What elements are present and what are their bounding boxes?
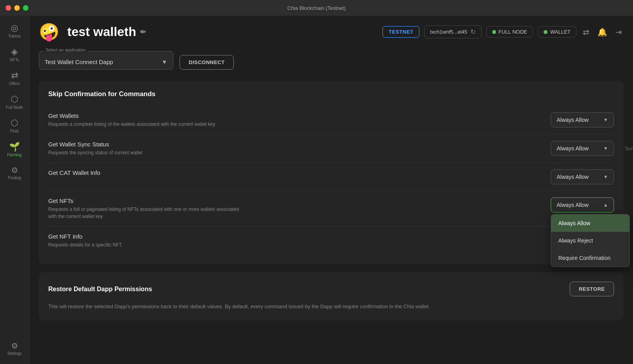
select-arrow-get-wallets: ▼ (603, 117, 608, 123)
command-select-get-nfts: Always Allow ▲ Always Allow Always Rejec… (551, 197, 614, 212)
app-select-wrapper: Select an application Test Wallet Connec… (39, 51, 173, 70)
app-select-arrow-icon: ▼ (161, 59, 167, 65)
nfts-icon: ◈ (11, 47, 18, 56)
plots-icon: ⬡ (11, 119, 18, 127)
sidebar-label-tokens: Tokens (8, 34, 21, 39)
full-node-status: FULL NODE (486, 26, 533, 38)
testnet-badge[interactable]: TESTNET (383, 26, 419, 38)
restore-row: Restore Default Dapp Permissions RESTORE (48, 282, 614, 296)
select-value-get-wallet-sync: Always Allow (557, 145, 589, 152)
close-button[interactable] (6, 5, 11, 11)
wallet-name-row: test walleth ✏ (67, 25, 146, 39)
settings-icon: ⚙ (11, 342, 18, 350)
command-name-get-wallets: Get Wallets (48, 112, 551, 119)
command-select-get-wallets: Always Allow ▼ (551, 112, 614, 127)
select-arrow-get-wallet-sync: ▼ (603, 146, 608, 151)
restore-button[interactable]: RESTORE (570, 282, 614, 296)
select-arrow-get-cat-wallet-info: ▼ (603, 174, 608, 180)
select-btn-get-nfts[interactable]: Always Allow ▲ (551, 197, 614, 212)
select-value-get-cat-wallet-info: Always Allow (557, 174, 589, 180)
minimize-button[interactable] (14, 5, 20, 11)
wallet-name-text: test walleth (67, 25, 136, 39)
sidebar-item-fullnode[interactable]: ⬡ Full Node (2, 91, 27, 113)
select-arrow-up-get-nfts: ▲ (603, 202, 608, 208)
command-select-get-wallet-sync: Always Allow ▼ Text (551, 141, 614, 156)
sidebar: ◎ Tokens ◈ NFTs ⇄ Offers ⬡ Full Node ⬡ P… (0, 16, 29, 364)
restore-title: Restore Default Dapp Permissions (48, 286, 152, 293)
header-right: TESTNET txch1wnf5...el45 ↻ FULL NODE WAL… (383, 25, 624, 38)
sidebar-label-fullnode: Full Node (6, 105, 23, 110)
command-row-get-nfts: Get NFTs Requests a full or paginated li… (48, 191, 614, 227)
farming-icon: 🌱 (9, 142, 20, 151)
app-select-label: Select an application (44, 47, 87, 52)
logout-icon[interactable]: ⇥ (614, 26, 624, 38)
edit-wallet-name-icon[interactable]: ✏ (140, 28, 146, 36)
sidebar-item-offers[interactable]: ⇄ Offers (2, 67, 27, 89)
restore-card: Restore Default Dapp Permissions RESTORE… (39, 272, 624, 320)
wallet-avatar: 🤪 (39, 22, 59, 42)
restore-description: This will restore the selected Dapp's pe… (48, 303, 614, 311)
dropdown-menu-get-nfts: Always Allow Always Reject Require Confi… (551, 214, 630, 267)
sidebar-label-pooling: Pooling (8, 176, 21, 180)
full-node-label: FULL NODE (498, 29, 527, 35)
command-desc-get-wallets: Requests a complete listing of the walle… (48, 121, 246, 128)
sidebar-item-plots[interactable]: ⬡ Plots (2, 115, 27, 137)
pooling-icon: ⚙ (11, 166, 18, 174)
command-desc-get-nfts: Requests a full or paginated listing of … (48, 206, 246, 220)
command-row-get-nft-info: Get NFT Info Requests details for a spec… (48, 227, 614, 255)
command-info-get-nfts: Get NFTs Requests a full or paginated li… (48, 197, 551, 220)
bell-icon[interactable]: 🔔 (596, 26, 609, 38)
skip-confirmation-card: Skip Confirmation for Commands Get Walle… (39, 81, 624, 264)
select-btn-get-wallet-sync[interactable]: Always Allow ▼ (551, 141, 614, 156)
command-info-get-cat-wallet-info: Get CAT Wallet Info (48, 169, 551, 178)
sidebar-item-nfts[interactable]: ◈ NFTs (2, 44, 27, 66)
command-name-get-nfts: Get NFTs (48, 197, 551, 204)
refresh-icon[interactable]: ↻ (470, 28, 476, 36)
select-value-get-nfts: Always Allow (557, 202, 589, 208)
command-name-get-wallet-sync: Get Wallet Sync Status (48, 141, 551, 148)
sidebar-item-pooling[interactable]: ⚙ Pooling (2, 162, 27, 184)
disconnect-button[interactable]: DISCONNECT (180, 55, 234, 70)
command-desc-get-nft-info: Requests details for a specific NFT (48, 241, 246, 248)
app-selector-row: Select an application Test Wallet Connec… (39, 51, 624, 70)
app-select-dropdown[interactable]: Test Wallet Connect Dapp ▼ (39, 55, 173, 69)
command-name-get-nft-info: Get NFT Info (48, 233, 551, 240)
main-content: 🤪 test walleth ✏ TESTNET txch1wnf5...el4… (29, 16, 633, 364)
sidebar-label-settings: Settings (7, 351, 21, 356)
sidebar-label-plots: Plots (10, 129, 19, 134)
tokens-icon: ◎ (11, 24, 18, 32)
card-title: Skip Confirmation for Commands (48, 90, 614, 98)
full-node-status-dot (492, 30, 496, 34)
window-controls (6, 5, 28, 11)
command-name-get-cat-wallet-info: Get CAT Wallet Info (48, 169, 551, 176)
sidebar-label-nfts: NFTs (10, 58, 19, 63)
top-header: 🤪 test walleth ✏ TESTNET txch1wnf5...el4… (29, 16, 633, 48)
sidebar-item-settings[interactable]: ⚙ Settings (2, 338, 27, 359)
sidebar-label-offers: Offers (9, 82, 20, 86)
maximize-button[interactable] (23, 5, 28, 11)
command-info-get-wallets: Get Wallets Requests a complete listing … (48, 112, 551, 128)
sidebar-item-tokens[interactable]: ◎ Tokens (2, 20, 27, 42)
wallet-address-pill[interactable]: txch1wnf5...el45 ↻ (424, 25, 481, 38)
dropdown-item-require-confirmation[interactable]: Require Confirmation (551, 249, 629, 267)
select-btn-get-cat-wallet-info[interactable]: Always Allow ▼ (551, 169, 614, 184)
dropdown-item-always-allow[interactable]: Always Allow (551, 214, 629, 232)
content-area: Select an application Test Wallet Connec… (29, 48, 633, 364)
wallet-status: WALLET (538, 26, 576, 38)
titlebar: Chia Blockchain (Testnet) (0, 0, 633, 16)
arrows-icon[interactable]: ⇄ (581, 26, 591, 38)
app-select-value: Test Wallet Connect Dapp (45, 59, 113, 65)
sidebar-label-farming: Farming (7, 153, 22, 157)
select-value-get-wallets: Always Allow (557, 117, 589, 123)
sidebar-item-farming[interactable]: 🌱 Farming (2, 138, 27, 161)
app-layout: ◎ Tokens ◈ NFTs ⇄ Offers ⬡ Full Node ⬡ P… (0, 16, 633, 364)
offers-icon: ⇄ (11, 71, 18, 80)
command-row-get-wallet-sync-status: Get Wallet Sync Status Requests the sync… (48, 135, 614, 163)
command-info-get-wallet-sync: Get Wallet Sync Status Requests the sync… (48, 141, 551, 156)
text-label: Text (624, 146, 633, 152)
dropdown-item-always-reject[interactable]: Always Reject (551, 232, 629, 249)
wallet-status-dot (544, 30, 548, 34)
command-row-get-cat-wallet-info: Get CAT Wallet Info Always Allow ▼ (48, 163, 614, 191)
wallet-label: WALLET (550, 29, 570, 35)
select-btn-get-wallets[interactable]: Always Allow ▼ (551, 112, 614, 127)
